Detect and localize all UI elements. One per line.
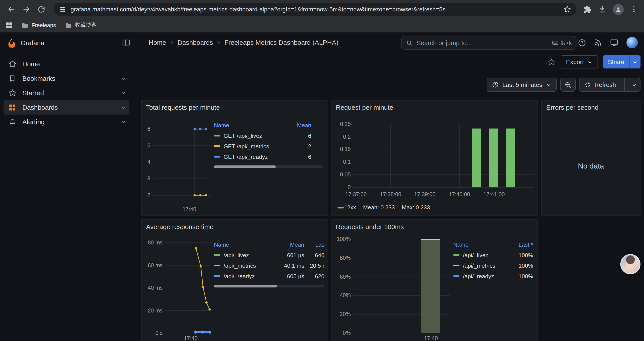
series-name[interactable]: /api/_metrics [214, 262, 275, 269]
ytick: 0.05 [332, 171, 351, 178]
series-name[interactable]: /api/_readyz [453, 273, 505, 279]
chevron-down-icon[interactable] [120, 104, 127, 111]
browser-reload-button[interactable] [34, 2, 48, 16]
ytick: 2 [142, 192, 150, 199]
chart-request-per-minute[interactable]: 0.250.20.150.10.05017:37:0017:38:0017:39… [332, 101, 538, 215]
url-bar[interactable]: grafana.mathmast.com/d/deytv4rwavabkb/fr… [54, 3, 576, 16]
sidebar-item-starred[interactable]: Starred [4, 86, 129, 100]
ytick: 0.25 [332, 121, 351, 128]
help-icon[interactable]: ? [578, 38, 586, 47]
user-avatar[interactable] [626, 37, 638, 48]
time-range-picker[interactable]: Last 5 minutes [486, 78, 557, 92]
favorite-star-button[interactable] [548, 58, 556, 66]
series-mean: 605 µs [275, 273, 304, 279]
grafana-body: Home Bookmarks Starred Dashboards Alerti… [0, 53, 644, 341]
sidebar: Home Bookmarks Starred Dashboards Alerti… [0, 53, 133, 341]
sidebar-item-dashboards[interactable]: Dashboards [4, 100, 129, 115]
browser-profile-avatar[interactable] [613, 4, 624, 15]
series-name[interactable]: /api/_livez [453, 252, 505, 258]
bookmark-blog-folder[interactable]: 收藏博客 [65, 22, 97, 29]
grafana-header: Grafana Home Dashboards Freeleaps Metric… [0, 33, 644, 53]
bookmark-freeleaps[interactable]: Freeleaps [22, 22, 56, 29]
legend-row: GET /api/_readyz 6 [214, 151, 323, 162]
grafana-logo[interactable] [6, 37, 17, 48]
chevron-down-icon[interactable] [120, 119, 127, 125]
legend-col-name[interactable]: Name [214, 122, 287, 128]
search-input[interactable]: Search or jump to... ⌘+k [401, 36, 576, 50]
series-mean: 661 µs [275, 252, 304, 258]
series-color-swatch [453, 275, 460, 277]
browser-menu-icon[interactable] [630, 5, 638, 13]
export-button[interactable]: Export [561, 55, 598, 69]
sidebar-item-label: Starred [22, 89, 44, 97]
series-name[interactable]: /api/_livez [214, 252, 275, 258]
browser-toolbar: grafana.mathmast.com/d/deytv4rwavabkb/fr… [0, 0, 644, 19]
share-button[interactable]: Share [603, 55, 640, 69]
xtick: 17:40 [170, 206, 209, 213]
bookmark-star-icon[interactable] [563, 5, 571, 13]
brand-text[interactable]: Grafana [20, 39, 44, 47]
breadcrumb-dashboards[interactable]: Dashboards [178, 39, 213, 46]
series-color-swatch [214, 265, 220, 266]
refresh-interval-chevron[interactable] [628, 78, 640, 91]
sidebar-item-alerting[interactable]: Alerting [4, 115, 129, 129]
chevron-down-icon[interactable] [120, 75, 127, 82]
legend-header: Name Last * [453, 239, 533, 250]
ytick: 40% [332, 292, 351, 299]
chevron-down-icon [587, 59, 592, 65]
header-icons: ? [578, 37, 638, 48]
breadcrumb: Home Dashboards Freeleaps Metrics Dashbo… [148, 39, 338, 46]
series-name[interactable]: 2xx [338, 204, 356, 211]
monitor-icon[interactable] [610, 38, 618, 47]
panel-requests-under-100ms: Requests under 100ms 100%80%60%40%20%0%1… [331, 219, 538, 341]
mega-menu-dock-toggle[interactable] [122, 38, 131, 47]
share-menu-chevron[interactable] [630, 55, 640, 69]
dashboard-actions-row: Export Share [133, 53, 644, 71]
legend-col-mean[interactable]: Mean [275, 241, 304, 248]
legend-col-last[interactable]: Last * [505, 241, 533, 248]
browser-back-button[interactable] [4, 2, 18, 16]
legend-scrollbar[interactable] [214, 285, 324, 287]
series-name[interactable]: /api/_readyz [214, 273, 275, 279]
back-arrow-icon [7, 5, 16, 14]
refresh-label-seg[interactable]: Refresh [580, 78, 621, 91]
legend-col-name[interactable]: Name [453, 241, 505, 248]
series-name[interactable]: GET /api/_livez [214, 132, 287, 139]
browser-forward-button[interactable] [19, 2, 33, 16]
panel-errors-per-second: Errors per second No data [542, 100, 640, 216]
refresh-button[interactable]: Refresh [579, 78, 640, 92]
series-name[interactable]: /api/_metrics [453, 262, 505, 269]
scrollbar-thumb[interactable] [214, 285, 277, 287]
sidebar-item-home[interactable]: Home [4, 57, 129, 71]
legend-col-mean[interactable]: Mean [287, 122, 311, 128]
extensions-icon[interactable] [584, 5, 592, 14]
breadcrumb-home[interactable]: Home [148, 39, 166, 46]
series-mean: 40.1 ms [275, 262, 304, 269]
series-name[interactable]: GET /api/_metrics [214, 143, 287, 149]
site-info-icon[interactable] [59, 6, 66, 13]
scrollbar-thumb[interactable] [214, 165, 276, 168]
download-icon[interactable] [598, 5, 607, 14]
floating-avatar[interactable] [620, 254, 640, 274]
legend-col-name[interactable]: Name [214, 241, 275, 248]
share-label[interactable]: Share [603, 55, 629, 69]
star-icon [548, 58, 556, 66]
ytick: 0 s [142, 329, 163, 336]
url-text[interactable]: grafana.mathmast.com/d/deytv4rwavabkb/fr… [70, 6, 559, 13]
panel-title[interactable]: Errors per second [546, 104, 598, 111]
apps-grid-icon[interactable] [5, 22, 13, 29]
sidebar-item-label: Alerting [22, 118, 45, 126]
ytick: 0.1 [332, 158, 351, 165]
ytick: 60 ms [142, 262, 163, 269]
forward-arrow-icon [22, 5, 31, 14]
legend-col-last[interactable]: Las [304, 241, 324, 248]
sidebar-item-bookmarks[interactable]: Bookmarks [4, 71, 129, 86]
ytick: 0.15 [332, 146, 351, 153]
chevron-down-icon[interactable] [120, 90, 127, 96]
ytick: 80% [332, 254, 351, 261]
zoom-out-button[interactable] [560, 78, 576, 92]
series-name[interactable]: GET /api/_readyz [214, 153, 287, 160]
rss-icon[interactable] [594, 39, 602, 47]
legend-scrollbar[interactable] [214, 165, 323, 168]
series-color-swatch [453, 265, 460, 266]
